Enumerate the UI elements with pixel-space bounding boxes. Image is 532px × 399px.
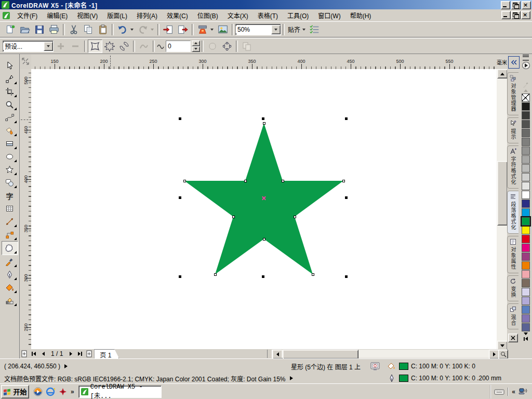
palette-swatch[interactable] (522, 305, 530, 314)
palette-swatch[interactable] (522, 217, 530, 225)
quick-launch-overflow-chevron[interactable]: » (71, 388, 74, 395)
palette-swatch[interactable] (522, 102, 530, 111)
input-method-keyboard-icon[interactable] (494, 388, 504, 395)
add-page-button-right[interactable] (85, 350, 94, 358)
menu-item[interactable]: 文本(X) (223, 9, 253, 21)
palette-swatch[interactable] (522, 208, 530, 217)
close-button[interactable] (522, 1, 531, 9)
interactive-fill-tool[interactable] (2, 294, 18, 307)
profile-flyout-icon[interactable] (290, 376, 293, 380)
network-status-icon[interactable] (518, 388, 528, 396)
palette-swatch[interactable] (522, 270, 530, 278)
menu-item[interactable]: 排列(A) (132, 9, 162, 21)
menu-item[interactable]: 视图(V) (72, 9, 102, 21)
docker-tab-2[interactable]: 提示 (507, 117, 518, 143)
crop-tool[interactable] (2, 85, 18, 98)
open-button[interactable] (18, 23, 32, 36)
quick-launch-app-icon[interactable] (58, 387, 68, 396)
page-tab[interactable]: 页 1 (94, 349, 119, 358)
smart-fill-tool[interactable] (2, 124, 18, 137)
options-button[interactable] (308, 23, 322, 36)
palette-swatch[interactable] (522, 182, 530, 190)
palette-swatch[interactable] (522, 288, 530, 296)
palette-swatch[interactable] (522, 314, 530, 323)
fill-color-indicator[interactable]: C: 100 M: 0 Y: 100 K: 0 (387, 360, 475, 373)
palette-swatch[interactable] (522, 111, 530, 119)
snap-dropdown-arrow[interactable] (302, 29, 305, 31)
amplitude-up-button[interactable] (192, 41, 200, 46)
mdi-close-button[interactable] (521, 11, 530, 19)
palette-swatch[interactable] (522, 191, 530, 199)
palette-swatch[interactable] (522, 244, 530, 252)
undo-dropdown-arrow[interactable] (130, 29, 134, 31)
preset-value[interactable] (3, 43, 44, 50)
launcher-dropdown-arrow[interactable] (210, 29, 214, 31)
welcome-screen-button[interactable] (216, 23, 230, 36)
menu-item[interactable]: 版面(L) (102, 9, 132, 21)
twister-distortion-button[interactable] (117, 39, 131, 53)
distortion-amplitude-field[interactable] (166, 41, 191, 52)
print-button[interactable] (47, 23, 61, 36)
restore-button[interactable] (511, 1, 521, 9)
zoom-dropdown-button[interactable] (271, 25, 281, 34)
redo-button[interactable] (136, 23, 150, 36)
palette-swatch[interactable] (522, 323, 530, 331)
palette-swatch-none[interactable] (522, 94, 530, 102)
ellipse-tool[interactable] (2, 150, 18, 163)
last-page-button[interactable] (75, 350, 85, 358)
palette-swatch[interactable] (522, 147, 530, 155)
tray-collapse-chevron[interactable]: « (512, 388, 515, 395)
scroll-right-button[interactable] (489, 350, 499, 359)
docker-tab-3[interactable]: 字符格式化 (507, 145, 518, 189)
menu-item[interactable]: 工具(O) (283, 9, 313, 21)
coords-flyout-icon[interactable] (64, 364, 68, 368)
vertical-scroll-thumb[interactable] (497, 161, 508, 225)
navigator-button[interactable] (498, 350, 508, 359)
text-tool[interactable]: 字 (2, 189, 18, 202)
menu-item[interactable]: 窗口(W) (313, 9, 345, 21)
cut-button[interactable] (66, 23, 81, 36)
palette-swatch[interactable] (522, 129, 530, 137)
zoom-level-combo[interactable] (235, 24, 281, 35)
previous-page-button[interactable] (38, 350, 48, 358)
docker-tab-1[interactable]: 对象管理器 (507, 72, 518, 115)
media-player-icon[interactable] (33, 387, 43, 396)
amplitude-down-button[interactable] (192, 46, 200, 52)
dimension-tool[interactable] (2, 215, 18, 228)
preset-combo[interactable] (3, 41, 54, 52)
palette-swatch[interactable] (522, 279, 530, 287)
connector-tool[interactable] (2, 228, 18, 241)
palette-menu-icon[interactable] (523, 55, 529, 61)
docker-tab-4[interactable]: 段落格式化 (507, 191, 518, 234)
basic-shapes-tool[interactable] (2, 176, 18, 189)
close-docker-button[interactable] (508, 334, 518, 342)
snap-to-label[interactable]: 贴齐 (288, 25, 300, 34)
collapse-dockers-button[interactable] (508, 56, 520, 69)
palette-swatch[interactable] (522, 297, 530, 305)
menu-item[interactable]: 表格(T) (253, 9, 283, 21)
center-distortion-button[interactable] (220, 39, 234, 53)
palette-flyout-button[interactable] (522, 62, 530, 69)
docker-tab-7[interactable]: 混合 (507, 303, 518, 329)
horizontal-ruler[interactable]: 150200250300350400450500550 (31, 55, 496, 70)
preset-dropdown-button[interactable] (44, 42, 53, 51)
scroll-up-button[interactable] (497, 69, 508, 78)
save-button[interactable] (32, 23, 47, 36)
minimize-button[interactable] (501, 1, 510, 9)
distort-tool[interactable] (2, 241, 18, 255)
shape-tool[interactable] (2, 72, 18, 85)
amplitude-value[interactable] (166, 43, 190, 50)
palette-swatch[interactable] (522, 200, 530, 208)
freehand-tool[interactable] (2, 111, 18, 124)
application-launcher-button[interactable] (195, 23, 210, 36)
paste-button[interactable] (96, 23, 110, 36)
mdi-minimize-button[interactable] (501, 11, 511, 19)
palette-swatch[interactable] (522, 173, 530, 181)
zipper-distortion-button[interactable] (102, 39, 117, 53)
docker-tab-5[interactable]: 对象属性 (507, 236, 518, 273)
palette-swatch[interactable] (522, 120, 530, 128)
menu-item[interactable]: 编辑(E) (42, 9, 72, 21)
zoom-tool[interactable] (2, 98, 18, 111)
docker-tab-6[interactable]: 变换 (507, 275, 518, 301)
outline-pen-tool[interactable] (2, 268, 18, 281)
